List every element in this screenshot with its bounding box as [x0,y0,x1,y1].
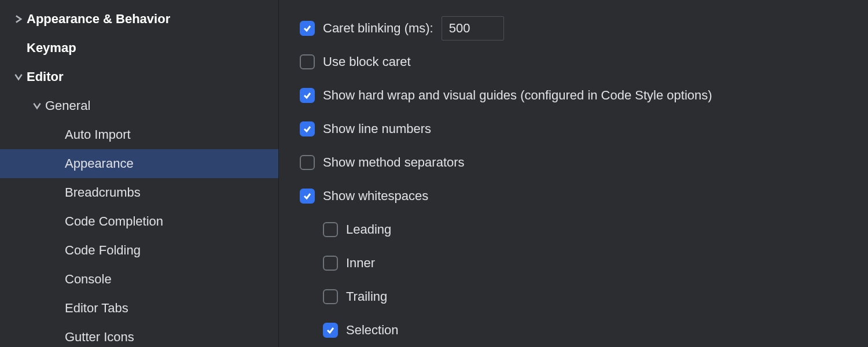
checkbox-whitespace-inner[interactable] [323,256,338,271]
sidebar-label: General [45,98,90,113]
checkbox-show-method-separators[interactable] [300,155,315,170]
sidebar-label: Appearance & Behavior [27,12,170,27]
sidebar-label: Code Completion [65,214,163,229]
setting-show-method-separators: Show method separators [300,146,868,179]
sidebar-item-code-completion[interactable]: Code Completion [0,207,278,236]
sidebar-label: Auto Import [65,127,131,142]
setting-label: Trailing [346,289,387,304]
checkbox-whitespace-leading[interactable] [323,222,338,237]
setting-label: Selection [346,323,399,338]
sidebar-item-auto-import[interactable]: Auto Import [0,120,278,149]
setting-show-hard-wrap: Show hard wrap and visual guides (config… [300,79,868,112]
sidebar-label: Breadcrumbs [65,185,141,200]
sidebar-item-breadcrumbs[interactable]: Breadcrumbs [0,178,278,207]
settings-sidebar: Appearance & Behavior Keymap Editor Gene… [0,0,279,347]
setting-whitespace-selection: Selection [300,313,868,347]
setting-label: Show line numbers [323,121,431,136]
setting-label: Caret blinking (ms): [323,21,433,36]
setting-caret-blinking: Caret blinking (ms): [300,12,868,45]
sidebar-label: Console [65,272,112,287]
sidebar-item-general[interactable]: General [0,91,278,120]
checkbox-show-whitespaces[interactable] [300,189,315,204]
chevron-down-icon [10,73,27,81]
setting-show-whitespaces: Show whitespaces [300,179,868,213]
setting-label: Show whitespaces [323,189,428,204]
checkbox-show-hard-wrap[interactable] [300,88,315,103]
setting-whitespace-inner: Inner [300,246,868,280]
checkbox-use-block-caret[interactable] [300,54,315,69]
sidebar-label: Editor [27,69,64,84]
sidebar-item-appearance[interactable]: Appearance [0,149,278,178]
setting-whitespace-leading: Leading [300,213,868,246]
setting-show-line-numbers: Show line numbers [300,112,868,146]
caret-blinking-input[interactable] [442,16,504,40]
setting-label: Show hard wrap and visual guides (config… [323,88,712,103]
setting-whitespace-trailing: Trailing [300,280,868,313]
settings-content: Caret blinking (ms): Use block caret Sho… [279,0,868,347]
sidebar-label: Keymap [27,40,76,56]
sidebar-item-editor-tabs[interactable]: Editor Tabs [0,294,278,323]
sidebar-item-console[interactable]: Console [0,265,278,294]
setting-use-block-caret: Use block caret [300,45,868,79]
setting-label: Show method separators [323,155,465,170]
sidebar-label: Editor Tabs [65,301,128,316]
sidebar-item-code-folding[interactable]: Code Folding [0,236,278,265]
chevron-right-icon [10,15,27,23]
checkbox-whitespace-selection[interactable] [323,323,338,338]
sidebar-label: Appearance [65,156,134,171]
setting-label: Use block caret [323,54,411,69]
checkbox-whitespace-trailing[interactable] [323,289,338,304]
sidebar-label: Code Folding [65,243,141,258]
sidebar-item-appearance-behavior[interactable]: Appearance & Behavior [0,5,278,34]
sidebar-item-gutter-icons[interactable]: Gutter Icons [0,323,278,347]
sidebar-item-editor[interactable]: Editor [0,62,278,91]
checkbox-show-line-numbers[interactable] [300,121,315,136]
sidebar-item-keymap[interactable]: Keymap [0,34,278,62]
setting-label: Inner [346,256,375,271]
sidebar-label: Gutter Icons [65,330,134,345]
checkbox-caret-blinking[interactable] [300,21,315,36]
setting-label: Leading [346,222,391,237]
chevron-down-icon [29,102,45,110]
